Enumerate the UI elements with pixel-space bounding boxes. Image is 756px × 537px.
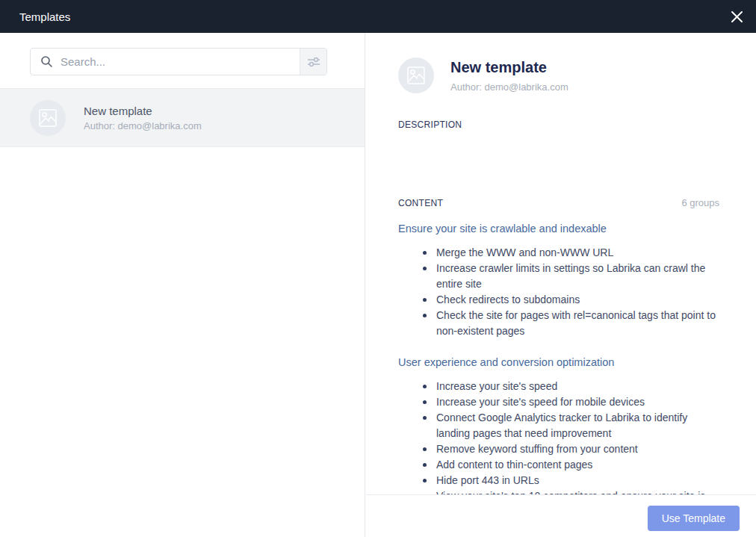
template-detail-panel: New template Author: demo@labrika.com DE… xyxy=(366,33,756,537)
template-item-text: New template Author: demo@labrika.com xyxy=(84,105,202,131)
group-item: Check the site for pages with rel=canoni… xyxy=(398,308,719,339)
group-item: Add content to thin-content pages xyxy=(398,457,719,473)
detail-head-text: New template Author: demo@labrika.com xyxy=(450,58,568,93)
content-groups: Ensure your site is crawlable and indexa… xyxy=(398,222,719,494)
template-detail-scroll[interactable]: New template Author: demo@labrika.com DE… xyxy=(366,33,756,494)
detail-author: Author: demo@labrika.com xyxy=(450,81,568,93)
description-body xyxy=(398,130,719,197)
filter-button[interactable] xyxy=(300,49,326,75)
detail-footer: Use Template xyxy=(366,494,756,537)
group-item: Check redirects to subdomains xyxy=(398,292,719,308)
group-item: Remove keyword stuffing from your conten… xyxy=(398,441,719,457)
groups-count: 6 groups xyxy=(681,197,719,208)
image-placeholder-icon xyxy=(406,66,426,85)
search-box xyxy=(30,48,327,75)
template-item-title: New template xyxy=(84,105,202,117)
search-icon xyxy=(40,55,53,68)
group-item-list: Increase your site's speedIncrease your … xyxy=(398,379,719,494)
detail-avatar xyxy=(398,58,434,93)
detail-header: New template Author: demo@labrika.com xyxy=(398,58,719,93)
description-label: DESCRIPTION xyxy=(398,119,719,130)
content-group: Ensure your site is crawlable and indexa… xyxy=(398,222,719,339)
group-item-list: Merge the WWW and non-WWW URLIncrease cr… xyxy=(398,245,719,339)
content-group: User experience and conversion optimizat… xyxy=(398,356,719,494)
content-label: CONTENT xyxy=(398,198,443,208)
close-icon xyxy=(731,10,743,23)
modal-titlebar: Templates xyxy=(0,0,756,33)
group-item: Hide port 443 in URLs xyxy=(398,473,719,488)
search-field xyxy=(31,49,300,75)
group-title[interactable]: Ensure your site is crawlable and indexa… xyxy=(398,222,719,236)
group-item: Increase your site's speed for mobile de… xyxy=(398,394,719,410)
group-item: View your site's top 10 competitors and … xyxy=(398,488,719,494)
modal-title: Templates xyxy=(0,10,70,23)
close-button[interactable] xyxy=(726,6,747,27)
template-list-panel: New template Author: demo@labrika.com xyxy=(0,33,365,537)
image-placeholder-icon xyxy=(38,108,58,128)
template-avatar xyxy=(30,100,66,136)
template-item-author: Author: demo@labrika.com xyxy=(84,120,202,131)
use-template-button[interactable]: Use Template xyxy=(648,506,740,531)
group-item: Increase crawler limits in settings so L… xyxy=(398,261,719,292)
content-header: CONTENT 6 groups xyxy=(398,197,719,208)
search-input[interactable] xyxy=(53,55,300,68)
group-title[interactable]: User experience and conversion optimizat… xyxy=(398,356,719,370)
search-row xyxy=(0,33,365,89)
filter-sliders-icon xyxy=(306,55,322,69)
group-item: Increase your site's speed xyxy=(398,379,719,394)
group-item: Connect Google Analytics tracker to Labr… xyxy=(398,410,719,441)
group-item: Merge the WWW and non-WWW URL xyxy=(398,245,719,261)
detail-title: New template xyxy=(450,59,568,76)
template-list-item[interactable]: New template Author: demo@labrika.com xyxy=(0,89,365,147)
